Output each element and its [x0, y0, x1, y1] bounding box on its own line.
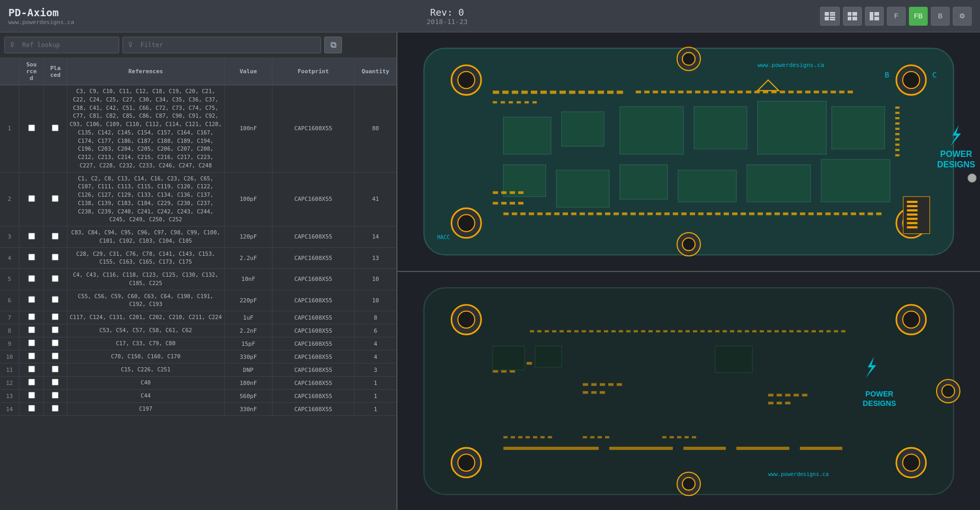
placed-cell[interactable] — [44, 390, 67, 403]
view-split-btn[interactable] — [865, 7, 884, 26]
row-num: 4 — [0, 247, 19, 269]
sourced-cell[interactable] — [19, 172, 44, 226]
placed-cell[interactable] — [44, 350, 67, 364]
refs-cell: C70, C150, C160, C170 — [67, 350, 224, 364]
sourced-checkbox[interactable] — [28, 366, 35, 372]
svg-rect-61 — [532, 101, 537, 104]
bom-table-container[interactable]: Sourced Placed References Value Footprin… — [0, 58, 396, 510]
placed-checkbox[interactable] — [52, 233, 59, 240]
svg-rect-229 — [574, 330, 578, 332]
svg-rect-125 — [664, 212, 669, 215]
sourced-checkbox[interactable] — [28, 339, 35, 346]
placed-checkbox[interactable] — [52, 124, 59, 131]
placed-checkbox[interactable] — [52, 353, 59, 359]
svg-rect-53 — [598, 90, 604, 94]
svg-rect-217 — [692, 436, 696, 438]
table-row: 3 C83, C84, C94, C95, C96, C97, C98, C99… — [0, 226, 396, 248]
ref-lookup-input[interactable] — [4, 37, 119, 53]
svg-rect-35 — [831, 107, 884, 149]
placed-cell[interactable] — [44, 403, 67, 416]
placed-checkbox[interactable] — [52, 326, 59, 333]
value-cell: 100nF — [224, 85, 272, 173]
svg-rect-232 — [597, 330, 601, 332]
sourced-checkbox[interactable] — [28, 233, 35, 240]
placed-cell[interactable] — [44, 364, 67, 377]
svg-rect-126 — [673, 212, 678, 215]
sourced-checkbox[interactable] — [28, 392, 35, 399]
sourced-checkbox[interactable] — [28, 379, 35, 386]
placed-cell[interactable] — [44, 377, 67, 390]
svg-rect-238 — [641, 330, 645, 332]
col-placed: Placed — [44, 58, 67, 85]
sourced-checkbox[interactable] — [28, 326, 35, 333]
sourced-checkbox[interactable] — [28, 405, 35, 412]
placed-checkbox[interactable] — [52, 339, 59, 346]
sourced-checkbox[interactable] — [28, 313, 35, 320]
svg-rect-188 — [600, 383, 605, 386]
placed-checkbox[interactable] — [52, 296, 59, 303]
sourced-checkbox[interactable] — [28, 254, 35, 260]
placed-checkbox[interactable] — [52, 195, 59, 202]
sourced-cell[interactable] — [19, 311, 44, 324]
table-row: 12 C40 180nF CAPC1608X55 1 — [0, 377, 396, 390]
placed-checkbox[interactable] — [52, 366, 59, 372]
view-grid-btn[interactable] — [843, 7, 862, 26]
svg-rect-255 — [767, 330, 771, 332]
sourced-cell[interactable] — [19, 390, 44, 403]
svg-rect-68 — [895, 138, 899, 140]
sourced-checkbox[interactable] — [28, 124, 35, 131]
sourced-cell[interactable] — [19, 269, 44, 290]
placed-cell[interactable] — [44, 269, 67, 290]
svg-rect-108 — [520, 212, 526, 215]
footprint-cell: CAPC1608X55 — [272, 172, 355, 226]
layer-frontback-btn[interactable]: FB — [909, 7, 928, 26]
sourced-cell[interactable] — [19, 377, 44, 390]
placed-cell[interactable] — [44, 337, 67, 350]
sourced-cell[interactable] — [19, 85, 44, 173]
placed-checkbox[interactable] — [52, 254, 59, 260]
layer-front-btn[interactable]: F — [887, 7, 906, 26]
placed-cell[interactable] — [44, 226, 67, 248]
sourced-cell[interactable] — [19, 324, 44, 337]
sourced-cell[interactable] — [19, 403, 44, 416]
placed-cell[interactable] — [44, 85, 67, 173]
sourced-checkbox[interactable] — [28, 195, 35, 202]
placed-cell[interactable] — [44, 290, 67, 311]
view-list-btn[interactable] — [820, 7, 840, 26]
placed-checkbox[interactable] — [52, 392, 59, 399]
svg-rect-220 — [683, 447, 726, 450]
svg-rect-154 — [907, 209, 917, 211]
svg-rect-50 — [569, 90, 575, 94]
svg-rect-260 — [804, 330, 808, 332]
sourced-cell[interactable] — [19, 350, 44, 364]
placed-checkbox[interactable] — [52, 275, 59, 282]
placed-cell[interactable] — [44, 311, 67, 324]
svg-rect-3 — [825, 17, 829, 20]
placed-cell[interactable] — [44, 247, 67, 269]
placed-checkbox[interactable] — [52, 405, 59, 412]
value-cell: 100pF — [224, 172, 272, 226]
sourced-checkbox[interactable] — [28, 353, 35, 359]
sourced-cell[interactable] — [19, 226, 44, 248]
svg-rect-99 — [797, 90, 802, 93]
placed-checkbox[interactable] — [52, 313, 59, 320]
sourced-cell[interactable] — [19, 247, 44, 269]
svg-rect-193 — [600, 391, 605, 393]
svg-rect-246 — [700, 330, 704, 332]
sourced-cell[interactable] — [19, 290, 44, 311]
filter-input[interactable] — [122, 37, 321, 53]
copy-button[interactable]: ⧉ — [324, 37, 342, 53]
sourced-cell[interactable] — [19, 337, 44, 350]
svg-point-167 — [458, 311, 474, 327]
sourced-cell[interactable] — [19, 364, 44, 377]
settings-btn[interactable]: ⚙ — [953, 7, 972, 26]
placed-checkbox[interactable] — [52, 379, 59, 386]
svg-rect-237 — [634, 330, 638, 332]
row-num: 1 — [0, 85, 19, 173]
sourced-checkbox[interactable] — [28, 296, 35, 303]
sourced-checkbox[interactable] — [28, 275, 35, 282]
placed-cell[interactable] — [44, 172, 67, 226]
svg-rect-261 — [812, 330, 816, 332]
placed-cell[interactable] — [44, 324, 67, 337]
layer-back-btn[interactable]: B — [931, 7, 950, 26]
